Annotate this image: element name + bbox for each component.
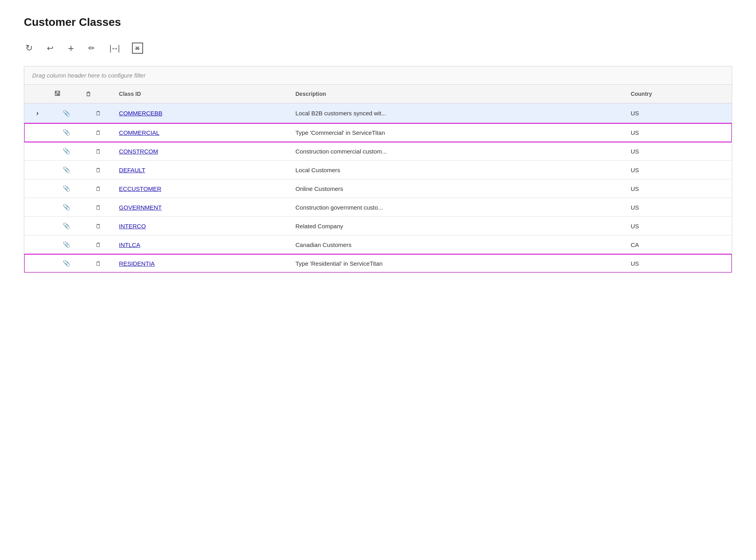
classid-cell[interactable]: ECCUSTOMER <box>114 179 291 198</box>
document-icon: 🗒 <box>95 110 101 117</box>
document-icon: 🗒 <box>95 148 101 155</box>
description-cell: Online Customers <box>291 179 626 198</box>
classid-cell[interactable]: CONSTRCOM <box>114 142 291 161</box>
table-row[interactable]: 📎🗒COMMERCIALType 'Commercial' in Service… <box>24 123 732 142</box>
classid-cell[interactable]: COMMERCIAL <box>114 123 291 142</box>
toolbar: ↻ ↩ + ✏ |↔| ✕ <box>24 41 732 55</box>
paperclip-icon: 📎 <box>63 185 70 192</box>
country-cell: US <box>626 179 732 198</box>
country-cell: US <box>626 123 732 142</box>
classid-link[interactable]: INTLCA <box>119 241 140 248</box>
classid-cell[interactable]: RESIDENTIA <box>114 254 291 273</box>
expand-arrow-icon[interactable]: › <box>36 109 39 117</box>
table-row[interactable]: 📎🗒INTLCACanadian CustomersCA <box>24 235 732 254</box>
classid-link[interactable]: CONSTRCOM <box>119 148 158 155</box>
table-header-row: 🖫 🗒 Class ID Description Country <box>24 85 732 103</box>
classid-cell[interactable]: DEFAULT <box>114 161 291 179</box>
col-header-description: Description <box>291 85 626 103</box>
document-icon: 🗒 <box>95 185 101 192</box>
table-row[interactable]: 📎🗒CONSTRCOMConstruction commercial custo… <box>24 142 732 161</box>
col-header-attach: 🖫 <box>51 85 83 103</box>
description-cell: Construction commercial custom... <box>291 142 626 161</box>
classid-link[interactable]: RESIDENTIA <box>119 260 155 267</box>
expand-cell <box>24 179 51 198</box>
doc-header-icon: 🗒 <box>85 91 91 97</box>
expand-cell <box>24 235 51 254</box>
page-title: Customer Classes <box>24 16 732 29</box>
expand-cell <box>24 217 51 235</box>
description-cell: Canadian Customers <box>291 235 626 254</box>
doc-cell: 🗒 <box>82 142 114 161</box>
doc-cell: 🗒 <box>82 179 114 198</box>
paperclip-header-icon: 🖫 <box>54 90 60 97</box>
description-cell: Type 'Residential' in ServiceTitan <box>291 254 626 273</box>
expand-cell <box>24 254 51 273</box>
classid-link[interactable]: GOVERNMENT <box>119 204 162 211</box>
classid-cell[interactable]: INTERCO <box>114 217 291 235</box>
doc-cell: 🗒 <box>82 161 114 179</box>
country-cell: US <box>626 103 732 123</box>
description-cell: Construction government custo... <box>291 198 626 217</box>
export-excel-button[interactable]: ✕ <box>132 43 143 54</box>
doc-cell: 🗒 <box>82 198 114 217</box>
table-row[interactable]: ›📎🗒COMMERCEBBLocal B2B customers synced … <box>24 103 732 123</box>
description-cell: Local B2B customers synced wit... <box>291 103 626 123</box>
classid-link[interactable]: INTERCO <box>119 223 146 229</box>
classid-link[interactable]: COMMERCIAL <box>119 129 159 136</box>
paperclip-icon: 📎 <box>63 204 70 210</box>
doc-cell: 🗒 <box>82 235 114 254</box>
attach-cell: 📎 <box>51 198 83 217</box>
country-cell: US <box>626 254 732 273</box>
classid-cell[interactable]: INTLCA <box>114 235 291 254</box>
table-row[interactable]: 📎🗒GOVERNMENTConstruction government cust… <box>24 198 732 217</box>
country-cell: US <box>626 142 732 161</box>
country-cell: US <box>626 217 732 235</box>
document-icon: 🗒 <box>95 223 101 229</box>
doc-cell: 🗒 <box>82 123 114 142</box>
doc-cell: 🗒 <box>82 217 114 235</box>
col-header-expand <box>24 85 51 103</box>
description-cell: Type 'Commercial' in ServiceTitan <box>291 123 626 142</box>
paperclip-icon: 📎 <box>63 241 70 248</box>
refresh-button[interactable]: ↻ <box>24 42 34 54</box>
edit-button[interactable]: ✏ <box>87 43 97 54</box>
col-header-doc: 🗒 <box>82 85 114 103</box>
excel-x-icon: ✕ <box>135 45 140 51</box>
filter-placeholder-text: Drag column header here to configure fil… <box>32 72 145 79</box>
table-row[interactable]: 📎🗒DEFAULTLocal CustomersUS <box>24 161 732 179</box>
country-cell: CA <box>626 235 732 254</box>
attach-cell: 📎 <box>51 254 83 273</box>
classid-cell[interactable]: GOVERNMENT <box>114 198 291 217</box>
paperclip-icon: 📎 <box>63 110 70 117</box>
document-icon: 🗒 <box>95 260 101 267</box>
country-cell: US <box>626 161 732 179</box>
undo-button[interactable]: ↩ <box>45 43 55 54</box>
expand-cell[interactable]: › <box>24 103 51 123</box>
add-button[interactable]: + <box>66 41 76 55</box>
country-cell: US <box>626 198 732 217</box>
description-cell: Local Customers <box>291 161 626 179</box>
classid-link[interactable]: DEFAULT <box>119 167 145 173</box>
classid-cell[interactable]: COMMERCEBB <box>114 103 291 123</box>
table-container: Drag column header here to configure fil… <box>24 66 732 273</box>
paperclip-icon: 📎 <box>63 148 70 154</box>
description-cell: Related Company <box>291 217 626 235</box>
paperclip-icon: 📎 <box>63 166 70 173</box>
attach-cell: 📎 <box>51 235 83 254</box>
expand-cell <box>24 123 51 142</box>
table-row[interactable]: 📎🗒INTERCORelated CompanyUS <box>24 217 732 235</box>
document-icon: 🗒 <box>95 167 101 173</box>
fit-columns-button[interactable]: |↔| <box>108 43 120 54</box>
expand-cell <box>24 161 51 179</box>
classid-link[interactable]: ECCUSTOMER <box>119 185 161 192</box>
table-row[interactable]: 📎🗒RESIDENTIAType 'Residential' in Servic… <box>24 254 732 273</box>
document-icon: 🗒 <box>95 241 101 248</box>
attach-cell: 📎 <box>51 161 83 179</box>
document-icon: 🗒 <box>95 204 101 211</box>
expand-cell <box>24 142 51 161</box>
classid-link[interactable]: COMMERCEBB <box>119 110 162 117</box>
filter-bar: Drag column header here to configure fil… <box>24 66 732 85</box>
table-row[interactable]: 📎🗒ECCUSTOMEROnline CustomersUS <box>24 179 732 198</box>
attach-cell: 📎 <box>51 217 83 235</box>
doc-cell: 🗒 <box>82 254 114 273</box>
